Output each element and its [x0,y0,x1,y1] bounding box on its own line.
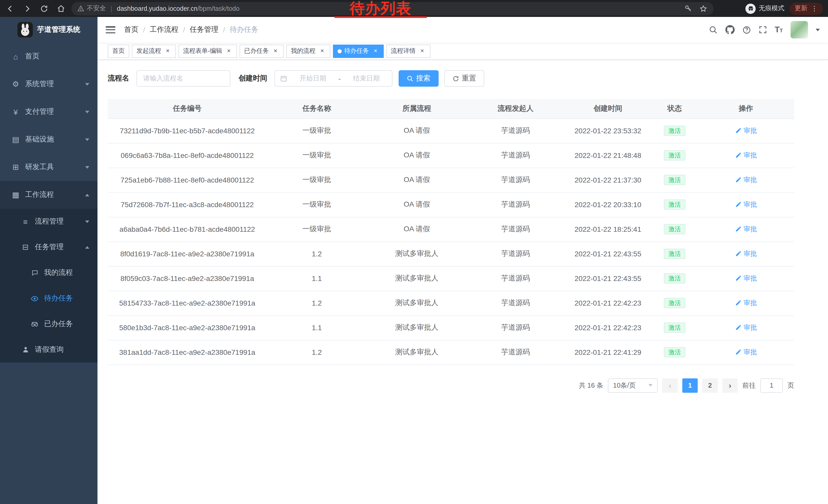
chevron-down-icon [85,138,89,141]
sidebar-item-devtools[interactable]: ⊞ 研发工具 [0,153,97,181]
pagination: 共 16 条 10条/页 1 2 前往 1 页 [108,378,794,393]
next-page-button[interactable] [722,378,738,393]
font-size-icon[interactable]: TT [775,26,783,34]
table-row: 381aa1dd-7ac8-11ec-a9e2-a2380e71991a 1.2… [108,340,794,365]
app-logo: 芋道管理系统 [0,17,97,43]
col-status: 状态 [652,99,698,119]
task-name: 一级审批 [302,200,331,208]
tab-close-icon[interactable] [419,47,426,55]
process-name: 测试多审批人 [395,249,439,258]
approve-link[interactable]: 审批 [735,126,757,135]
table-row: 069c6a63-7b8a-11ec-8ef0-acde48001122 一级审… [108,143,794,168]
goto-page-input[interactable]: 1 [760,378,783,393]
status-badge: 激活 [664,126,686,136]
tab-4[interactable]: 我的流程 [286,44,330,58]
annotation-overlay-title: 待办列表 [334,1,427,18]
col-created: 创建时间 [564,99,652,119]
tab-5[interactable]: 待办任务 [333,44,384,58]
date-range-picker[interactable]: 开始日期 - 结束日期 [275,70,392,87]
search-icon[interactable] [709,26,718,34]
tab-close-icon[interactable] [372,47,379,55]
tab-3[interactable]: 已办任务 [240,44,284,58]
page-button-2[interactable]: 2 [702,378,718,393]
approve-link[interactable]: 审批 [735,225,757,234]
reload-icon[interactable] [39,3,49,13]
prev-page-button[interactable] [662,378,678,393]
table-row: 725a1eb6-7b88-11ec-8ef0-acde48001122 一级审… [108,168,794,192]
process-name-input[interactable]: 请输入流程名 [136,70,230,87]
chevron-down-icon [85,110,89,113]
browser-nav-buttons [0,3,71,13]
edit-icon [735,300,742,306]
sidebar-item-task-mgmt[interactable]: ⊟ 任务管理 [0,234,97,260]
table-row: a6aba0a4-7b6d-11ec-b781-acde48001122 一级审… [108,217,794,241]
sidebar-item-infra[interactable]: ▤ 基础设施 [0,126,97,153]
main-area: 首页 / 工作流程 / 任务管理 / 待办任务 [97,0,828,403]
start-date-input[interactable]: 开始日期 [292,74,333,83]
status-badge: 激活 [664,249,686,259]
forward-icon[interactable] [22,3,32,13]
end-date-input[interactable]: 结束日期 [346,74,387,83]
tab-close-icon[interactable] [164,47,171,55]
goto-label: 前往 [742,381,756,390]
task-id: 725a1eb6-7b88-11ec-8ef0-acde48001122 [121,176,254,184]
tab-close-icon[interactable] [319,47,326,55]
browser-update-button[interactable]: 更新 ⋮ [790,2,823,15]
initiator: 芋道源码 [501,151,530,159]
sidebar-item-my-process[interactable]: 我的流程 [0,260,97,286]
tab-1[interactable]: 发起流程 [132,44,176,58]
incognito-icon [745,3,756,13]
sidebar-item-todo-task[interactable]: 待办任务 [0,286,97,311]
tab-close-icon[interactable] [225,47,233,55]
fullscreen-icon[interactable] [759,26,767,34]
page-button-1[interactable]: 1 [682,378,698,393]
task-name: 一级审批 [302,175,331,184]
approve-link[interactable]: 审批 [735,175,757,185]
reset-button[interactable]: 重置 [444,70,484,87]
approve-link[interactable]: 审批 [735,299,757,308]
tab-close-icon[interactable] [272,47,279,55]
sidebar-item-done-task[interactable]: 已办任务 [0,311,97,337]
status-badge: 激活 [664,273,686,283]
person-icon [21,346,30,353]
sidebar-item-payment[interactable]: ¥ 支付管理 [0,98,97,126]
approve-link[interactable]: 审批 [735,323,757,332]
edit-icon [735,349,742,356]
sidebar-item-workflow[interactable]: ▦ 工作流程 [0,181,97,209]
page-size-select[interactable]: 10条/页 [608,378,658,393]
sidebar-item-process-mgmt[interactable]: ≡ 流程管理 [0,209,97,234]
col-process: 所属流程 [367,99,467,119]
github-icon[interactable] [726,25,735,34]
avatar[interactable] [791,21,808,39]
search-button[interactable]: 搜索 [399,70,439,87]
help-icon[interactable] [742,26,751,34]
edit-icon [735,152,742,159]
tab-0[interactable]: 首页 [108,44,129,58]
process-name: OA 请假 [404,225,430,233]
task-name: 1.1 [312,324,322,332]
edit-icon [735,250,742,257]
process-name: OA 请假 [404,175,430,184]
approve-link[interactable]: 审批 [735,249,757,259]
initiator: 芋道源码 [501,274,530,282]
back-icon[interactable] [5,3,15,13]
bookmark-star-icon[interactable] [699,4,707,12]
password-key-icon[interactable] [685,5,692,12]
hamburger-icon[interactable] [106,26,115,33]
approve-link[interactable]: 审批 [735,348,757,357]
table-row: 8f0d1619-7ac8-11ec-a9e2-a2380e71991a 1.2… [108,241,794,266]
sidebar-item-home[interactable]: ⌂ 首页 [0,43,97,70]
created-time: 2022-01-21 22:43:55 [575,250,641,258]
breadcrumb-home[interactable]: 首页 [124,25,138,34]
approve-link[interactable]: 审批 [735,200,757,209]
edit-icon [735,177,742,183]
tab-6[interactable]: 流程详情 [386,44,430,58]
home-icon[interactable] [56,3,66,13]
table-row: 73211d9d-7b9b-11ec-b5b7-acde48001122 一级审… [108,119,794,143]
approve-link[interactable]: 审批 [735,274,757,283]
tab-2[interactable]: 流程表单-编辑 [178,44,237,58]
approve-link[interactable]: 审批 [735,151,757,160]
sidebar-item-system[interactable]: ⚙ 系统管理 [0,70,97,98]
sidebar-item-leave-query[interactable]: 请假查询 [0,337,97,363]
browser-menu-icon[interactable]: ⋮ [811,5,818,12]
